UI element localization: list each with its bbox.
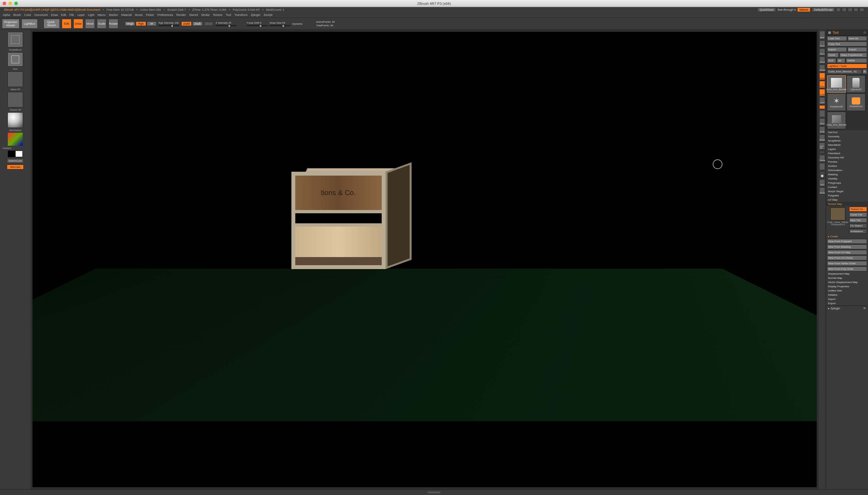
zsub-button[interactable]: Zsub	[192, 21, 203, 26]
brush-thumb[interactable]	[7, 32, 23, 47]
section-export[interactable]: Export	[826, 301, 868, 305]
focal-shift-slider[interactable]: Focal Shift 0	[247, 21, 268, 26]
quicksave-button[interactable]: QuickSave	[757, 7, 776, 12]
window-controls[interactable]	[3, 2, 18, 5]
tool-thumb-cube2[interactable]: Cube_from_Blender	[827, 112, 846, 129]
texture-map-header[interactable]: Texture Map	[826, 202, 868, 206]
menu-zplugin[interactable]: Zplugin	[251, 13, 261, 17]
section-vdispmap[interactable]: Vector Displacement Map	[826, 280, 868, 284]
scale2-button[interactable]: Rotate	[819, 134, 825, 141]
projection-master-button[interactable]: Projection Master	[2, 19, 19, 29]
section-deformation[interactable]: Deformation	[826, 168, 868, 172]
see-through[interactable]: See-through 0	[777, 8, 796, 11]
zcut-button[interactable]: Zcut	[203, 21, 214, 26]
transparent-slider[interactable]: Transparent 0	[831, 223, 845, 226]
menu-alpha[interactable]: Alpha	[3, 13, 10, 17]
default-script[interactable]: DefaultZScript	[812, 7, 835, 12]
texture-thumb[interactable]	[830, 207, 845, 220]
new-from-uvmap[interactable]: New From UV Map	[827, 250, 867, 255]
bpr-button[interactable]: BPR	[819, 31, 825, 39]
antialiased-button[interactable]: Antialiased	[849, 229, 867, 234]
xpose-button[interactable]	[819, 105, 825, 109]
ghost-button[interactable]	[819, 171, 825, 178]
lightbox-tools-button[interactable]: Lightbox › Tools	[827, 64, 867, 68]
alternate-button[interactable]: Alternate	[7, 165, 24, 169]
m-button[interactable]: M	[147, 21, 157, 26]
menus-button[interactable]: Menus	[797, 7, 810, 12]
color-picker[interactable]	[8, 133, 23, 146]
dynamic-label[interactable]: Dynamic	[292, 22, 302, 25]
section-layers[interactable]: Layers	[826, 147, 868, 151]
section-contact[interactable]: Contact	[826, 185, 868, 189]
draw-size-slider[interactable]: Draw Size 64	[269, 21, 291, 26]
persp-button[interactable]: Persp	[819, 73, 825, 80]
tool-thumb-simplebrush[interactable]: SimpleBrush	[847, 93, 865, 111]
menu-light[interactable]: Light	[88, 13, 95, 17]
clone-button[interactable]: Clone	[827, 53, 839, 57]
refresh-icon[interactable]: ⟳	[864, 31, 866, 34]
section-uvmap[interactable]: UV Map	[826, 198, 868, 202]
section-initialize[interactable]: Initialize	[826, 293, 868, 297]
xpose2-button[interactable]: Xpose	[819, 187, 825, 194]
section-import[interactable]: Import	[826, 297, 868, 301]
zoom-icon[interactable]	[14, 2, 18, 5]
section-arraymesh[interactable]: ArrayMesh	[826, 139, 868, 143]
section-geometry[interactable]: Geometry	[826, 134, 868, 139]
texture-on-button[interactable]: Texture On	[849, 207, 867, 211]
new-from-vertex[interactable]: New From Vertex Order	[827, 261, 867, 266]
r-button[interactable]: R	[863, 69, 867, 74]
tool-thumb-polymesh[interactable]: ✶PolyMesh3D	[827, 93, 846, 111]
layout-icon-2[interactable]	[842, 8, 847, 12]
section-normalmap[interactable]: Normal Map	[826, 276, 868, 280]
section-displayprops[interactable]: Display Properties	[826, 284, 868, 289]
zplugin-bar[interactable]: ▸ Zplugin ⟳	[826, 305, 868, 311]
menu-transform[interactable]: Transform	[234, 13, 247, 17]
menu-draw[interactable]: Draw	[51, 13, 58, 17]
texture-thumb[interactable]	[7, 92, 23, 107]
close-icon[interactable]	[3, 2, 6, 5]
menu-texture[interactable]: Texture	[213, 13, 223, 17]
goz-button[interactable]: GoZ	[827, 58, 836, 63]
new-from-masking[interactable]: New From Masking	[827, 244, 867, 249]
rotate2-button[interactable]: Line Fill	[819, 142, 825, 150]
scroll-button[interactable]: Scroll	[819, 40, 825, 47]
make-polymesh-button[interactable]: Make PolyMesh3D	[839, 53, 867, 57]
lightbox-button[interactable]: LightBox	[21, 19, 38, 29]
menu-picker[interactable]: Picker	[146, 13, 154, 17]
menu-stroke[interactable]: Stroke	[201, 13, 210, 17]
menu-macro[interactable]: Macro	[97, 13, 105, 17]
section-nanomesh[interactable]: NanoMesh	[826, 143, 868, 147]
move-button[interactable]: Move	[85, 19, 95, 29]
tool-thumb-cube[interactable]: Cube_from_Blender	[827, 75, 846, 93]
new-txtr-button[interactable]: New Txtr	[849, 218, 867, 223]
menu-render[interactable]: Render	[176, 13, 186, 17]
menu-marker[interactable]: Marker	[109, 13, 118, 17]
section-morphtarget[interactable]: Morph Target	[826, 189, 868, 193]
new-from-poly[interactable]: New From Poly Order	[827, 267, 867, 271]
section-preview[interactable]: Preview	[826, 160, 868, 164]
mrgb-button[interactable]: Mrgb	[125, 21, 135, 26]
goz-visible-button[interactable]: Visible	[846, 58, 867, 63]
edit-button[interactable]: Edit	[62, 19, 71, 29]
transp-button[interactable]	[819, 163, 825, 170]
save-as-button[interactable]: Save As	[848, 36, 867, 41]
fix-seams-button[interactable]: Fix Seams	[849, 223, 867, 228]
lsym-button[interactable]: LSym	[819, 97, 825, 104]
viewport[interactable]: tions & Co.	[32, 32, 817, 487]
floor-button[interactable]: Floor	[819, 81, 825, 88]
material-thumb[interactable]	[7, 112, 23, 128]
current-tool-label[interactable]: Cube_from_Blender_ 41	[827, 69, 862, 74]
copy-tool-button[interactable]: Copy Tool	[827, 41, 867, 47]
local-button[interactable]: Local	[819, 89, 825, 96]
section-geometryhd[interactable]: Geometry HD	[826, 155, 868, 160]
alpha-thumb[interactable]	[7, 71, 23, 87]
clone-txtr-button[interactable]: Clone Txtr	[849, 212, 867, 217]
layout-icon-3[interactable]	[848, 8, 852, 12]
section-fibermesh[interactable]: FiberMesh	[826, 151, 868, 155]
rgb-intensity-slider[interactable]: Rgb Intensity 100	[159, 21, 179, 26]
layout-icon-4[interactable]	[854, 8, 858, 12]
line-fill-button[interactable]	[819, 151, 825, 154]
lsym2-button[interactable]	[819, 110, 825, 117]
gradient-label[interactable]: Gradient	[1, 147, 11, 149]
tool-header[interactable]: Tool ⟳	[826, 30, 868, 36]
